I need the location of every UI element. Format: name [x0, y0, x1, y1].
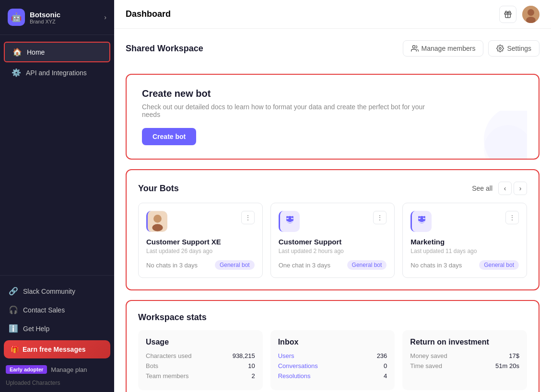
sidebar-logo[interactable]: 🤖 Botsonic Brand XYZ › — [0, 0, 114, 35]
resolutions-label: Resolutions — [278, 372, 311, 380]
bot-card-3: ⋮ Marketing Last updated 11 days ago No … — [402, 203, 527, 278]
stat-row-conversations: Conversations 0 — [278, 362, 387, 369]
home-icon: 🏠 — [12, 47, 22, 57]
earn-label: Earn free Messages — [23, 346, 86, 353]
svg-rect-21 — [418, 216, 420, 219]
bots-value: 10 — [248, 362, 255, 369]
sidebar-item-home[interactable]: 🏠 Home — [4, 42, 110, 62]
bot-footer-3: No chats in 3 days General bot — [410, 260, 519, 270]
bots-title: Your Bots — [138, 184, 472, 194]
stat-row-users: Users 236 — [278, 352, 387, 359]
roi-title: Return on investment — [410, 338, 519, 346]
content: Shared Workspace Manage members Settings… — [114, 29, 551, 392]
prev-bot-button[interactable]: ‹ — [498, 182, 512, 195]
time-value: 51m 20s — [495, 362, 519, 369]
resolutions-value: 4 — [384, 372, 387, 380]
bot-chats-2: One chat in 3 days — [279, 262, 330, 269]
money-label: Money saved — [410, 352, 447, 359]
sidebar-item-sales-label: Contact Sales — [23, 306, 65, 314]
stat-row-resolutions: Resolutions 4 — [278, 372, 387, 380]
bot-updated-3: Last updated 11 days ago — [410, 248, 519, 254]
slack-icon: 🔗 — [9, 287, 18, 296]
chars-label: Characters used — [146, 352, 191, 359]
bot-name-2: Customer Support — [279, 238, 387, 246]
gift-icon-button[interactable] — [499, 6, 516, 23]
create-bot-card: Create new bot Check out our detailed do… — [126, 74, 539, 160]
svg-rect-22 — [424, 216, 426, 219]
settings-label: Settings — [507, 45, 531, 52]
app-name: Botsonic — [30, 11, 99, 19]
bot-menu-1[interactable]: ⋮ — [241, 211, 255, 224]
workspace-title: Shared Workspace — [126, 44, 203, 54]
logo-icon: 🤖 — [8, 9, 25, 26]
money-value: 17$ — [509, 352, 519, 359]
sidebar-bottom: 🔗 Slack Community 🎧 Contact Sales ℹ️ Get… — [0, 275, 114, 392]
sidebar-item-api-label: API and Integrations — [26, 69, 87, 77]
sidebar-item-sales[interactable]: 🎧 Contact Sales — [4, 301, 110, 319]
create-bot-button[interactable]: Create bot — [142, 128, 196, 145]
see-all-link[interactable]: See all — [472, 184, 492, 192]
usage-section: Usage Characters used 938,215 Bots 10 Te… — [138, 330, 263, 390]
stat-row-bots: Bots 10 — [146, 362, 255, 369]
conversations-value: 0 — [384, 362, 387, 369]
inbox-section: Inbox Users 236 Conversations 0 Resoluti… — [270, 330, 395, 390]
next-bot-button[interactable]: › — [514, 182, 527, 195]
stats-grid: Usage Characters used 938,215 Bots 10 Te… — [138, 330, 527, 390]
users-label: Users — [278, 352, 294, 359]
sidebar-item-home-label: Home — [27, 48, 45, 56]
bot-name-1: Customer Support XE — [146, 238, 255, 246]
earn-free-messages-button[interactable]: 🎁 Earn free Messages — [4, 340, 110, 358]
users-value: 236 — [377, 352, 387, 359]
uploaded-chars-label: Uploaded Characters — [4, 378, 110, 386]
chars-value: 938,215 — [233, 352, 255, 359]
sidebar-item-api[interactable]: ⚙️ API and Integrations — [4, 63, 110, 82]
logo-text: Botsonic Brand XYZ — [30, 11, 99, 24]
stat-row-money: Money saved 17$ — [410, 352, 519, 359]
bot-card-2: ⋮ Customer Support Last updated 2 hours … — [270, 203, 395, 278]
inbox-title: Inbox — [278, 338, 387, 346]
sidebar: 🤖 Botsonic Brand XYZ › 🏠 Home ⚙️ API and… — [0, 0, 114, 392]
bot-avatar-3 — [410, 211, 432, 232]
svg-point-5 — [499, 47, 501, 49]
sidebar-nav: 🏠 Home ⚙️ API and Integrations — [0, 35, 114, 275]
plan-row: Early adopter Manage plan — [4, 361, 110, 378]
svg-point-4 — [412, 46, 415, 48]
bots-grid: ⋮ Customer Support XE Last updated 26 da… — [138, 203, 527, 278]
manage-members-button[interactable]: Manage members — [403, 40, 484, 57]
your-bots-card: Your Bots See all ‹ › — [126, 169, 539, 290]
members-value: 2 — [251, 372, 255, 380]
brand-name: Brand XYZ — [30, 19, 99, 24]
bot-card-header-2: ⋮ — [279, 211, 387, 232]
time-label: Time saved — [410, 362, 442, 369]
svg-rect-15 — [286, 216, 288, 219]
bot-card-header-3: ⋮ — [410, 211, 519, 232]
sidebar-item-slack-label: Slack Community — [23, 288, 75, 295]
bot-tag-1: General bot — [215, 260, 255, 270]
bots-header: Your Bots See all ‹ › — [138, 182, 527, 195]
chevron-right-icon: › — [104, 13, 106, 21]
manage-plan-link[interactable]: Manage plan — [51, 366, 87, 373]
bot-menu-2[interactable]: ⋮ — [373, 211, 387, 224]
usage-title: Usage — [146, 338, 255, 346]
info-icon: ℹ️ — [9, 324, 18, 333]
settings-button[interactable]: Settings — [488, 40, 539, 57]
conversations-label: Conversations — [278, 362, 318, 369]
api-icon: ⚙️ — [12, 68, 21, 77]
bot-menu-3[interactable]: ⋮ — [505, 211, 519, 224]
bot-avatar-1 — [146, 211, 167, 232]
topbar-icons — [499, 6, 539, 23]
members-label: Team members — [146, 372, 189, 380]
gift-icon: 🎁 — [11, 346, 19, 353]
bot-updated-2: Last updated 2 hours ago — [279, 248, 387, 254]
bot-tag-2: General bot — [347, 260, 387, 270]
stat-row-members: Team members 2 — [146, 372, 255, 380]
sidebar-item-help[interactable]: ℹ️ Get Help — [4, 320, 110, 337]
svg-rect-16 — [292, 216, 293, 219]
svg-point-10 — [152, 224, 163, 231]
sidebar-item-slack[interactable]: 🔗 Slack Community — [4, 282, 110, 300]
bots-label: Bots — [146, 362, 158, 369]
stat-row-chars: Characters used 938,215 — [146, 352, 255, 359]
bot-name-3: Marketing — [410, 238, 519, 246]
avatar[interactable] — [522, 6, 539, 23]
bot-card-header-1: ⋮ — [146, 211, 255, 232]
